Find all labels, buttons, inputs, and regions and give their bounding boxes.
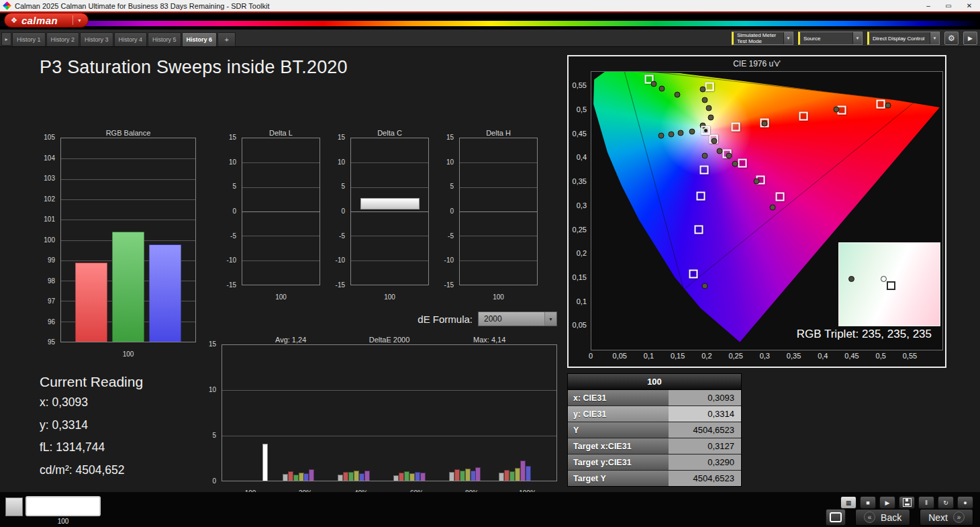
y-tick-label: 99 [48,257,55,264]
y-tick-label: 15 [209,341,216,348]
target-square [877,99,885,108]
minimize-button[interactable]: – [918,0,938,11]
target-square [775,192,784,201]
tab-history-4[interactable]: History 4 [114,32,148,46]
gridline [351,187,428,188]
back-button[interactable]: « Back [855,509,910,526]
bar [404,471,409,481]
source-dropdown[interactable]: Source ▼ [798,32,863,45]
calman-logo-menu[interactable]: ❖ calman ▼ [4,13,89,28]
y-tick-label: 97 [48,298,55,305]
y-axis: 9596979899100101102103104105 [39,138,58,342]
patch-preview[interactable] [26,496,101,516]
measurement-dot [717,148,723,154]
measurement-dot [669,131,675,137]
next-button[interactable]: Next » [920,509,973,526]
table-row[interactable]: Target y:CIE310,3290 [568,454,741,471]
y-tick-label: 0 [341,208,345,215]
loop-button[interactable]: ↻ [938,496,954,509]
bar [499,473,504,481]
y-tick-label: 10 [338,159,345,166]
measurement-dot [708,114,714,120]
maximize-button[interactable]: ▭ [938,0,959,11]
meter-controls: Simulated Meter Test Mode ▼ Source ▼ Dir… [732,32,977,45]
bar [471,471,476,481]
de-formula-select[interactable]: 2000 ▼ [478,312,557,326]
x-tick-label: 0,4 [818,352,828,360]
x-axis: 100 [242,289,320,303]
table-row[interactable]: Y4504,6523 [568,422,741,438]
table-row[interactable]: Target Y4504,6523 [568,471,741,486]
cie-x-axis: 00,050,10,150,20,250,30,350,40,450,50,55 [591,350,942,361]
measurement-dot [678,130,684,136]
tab-history-2[interactable]: History 2 [46,32,80,46]
de-formula-value: 2000 [484,314,502,324]
measurement-dot [848,276,854,282]
layout-button[interactable]: ▦ [840,496,856,509]
close-button[interactable]: ✕ [959,0,980,11]
x-tick-label: 0,55 [903,352,917,360]
chevron-down-icon: ▼ [930,32,939,44]
y-tick-label: -15 [227,282,236,289]
measurement-dot [753,178,759,184]
plot-area [242,138,320,285]
bar [520,461,526,481]
de-formula-label: dE Formula: [418,314,473,325]
settings-button[interactable]: ⚙ [944,32,959,45]
add-tab-button[interactable]: + [217,32,236,46]
back-chevron-icon: « [864,512,875,523]
table-row[interactable]: y: CIE310,3314 [568,406,741,422]
y-tick-label: 15 [446,134,454,141]
measurement-dot [885,102,891,108]
average-label: Avg: 1,24 [275,336,306,344]
x-tick-label: 0 [589,352,593,360]
save-button[interactable] [899,496,915,509]
bar [303,473,309,481]
tab-history-6[interactable]: History 6 [182,32,217,46]
row-value: 0,3093 [669,390,741,405]
tab-bar: ▸ History 1History 2History 3History 4Hi… [0,30,980,47]
y-tick-label: 0,55 [573,81,587,89]
row-label: Y [568,422,669,438]
direct-display-control-dropdown[interactable]: Direct Display Control ▼ [867,32,940,45]
display-window-button[interactable] [826,509,846,526]
y-tick-label: -15 [336,282,345,289]
gridline [460,236,537,236]
table-row[interactable]: Target x:CIE310,3127 [568,438,741,454]
target-square [732,123,740,132]
x-axis: 100 [459,289,538,303]
measurement-dot [706,105,712,111]
bar-red [75,262,107,342]
ddc-label: Direct Display Control [873,36,924,42]
advance-button[interactable]: ▶ [963,32,977,45]
meter-line2: Test Mode [737,38,776,44]
simulated-meter-dropdown[interactable]: Simulated Meter Test Mode ▼ [732,32,793,45]
y-tick-label: 0 [212,478,216,485]
tab-history-1[interactable]: History 1 [12,32,46,46]
record-button[interactable]: ● [957,496,973,509]
tab-scroll-left-button[interactable]: ▸ [1,32,11,46]
y-tick-label: 0,05 [573,321,587,329]
play-button[interactable]: ▶ [879,496,895,509]
measurement-dot [651,81,657,87]
y-tick-label: 0,25 [573,226,587,234]
bar [354,471,359,481]
red-accent-line [0,11,980,13]
x-tick-label: 0,5 [876,352,886,360]
measurement-dot [658,132,664,138]
chart-title: RGB Balance [60,129,196,137]
stop-button[interactable]: ■ [860,496,876,509]
target-square [689,270,698,279]
source-label: Source [803,36,820,42]
tab-history-3[interactable]: History 3 [80,32,113,46]
pause-button[interactable]: ‖ [918,496,934,509]
tab-history-5[interactable]: History 5 [148,32,181,46]
chart-title: Delta C [350,129,429,137]
x-tick-label: 0,45 [844,352,859,360]
gridline [242,162,320,163]
bar-blue [149,244,181,342]
back-label: Back [881,512,901,523]
table-row[interactable]: x: CIE310,3093 [568,390,741,406]
target-square [694,225,703,234]
pattern-window-mini-button[interactable] [5,497,23,516]
